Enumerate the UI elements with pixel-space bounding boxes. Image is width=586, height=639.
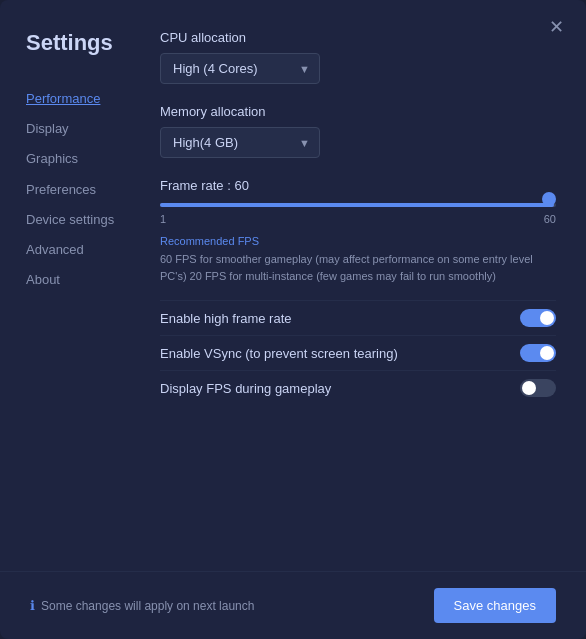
slider-max-label: 60 [544, 213, 556, 225]
sidebar-item-performance[interactable]: Performance [26, 84, 140, 114]
sidebar-item-about[interactable]: About [26, 265, 140, 295]
display-fps-toggle[interactable] [520, 379, 556, 397]
vsync-toggle[interactable] [520, 344, 556, 362]
memory-allocation-select[interactable]: Low (1 GB) Medium (2 GB) High(4 GB) Ultr… [160, 127, 320, 158]
footer-note: ℹ Some changes will apply on next launch [30, 598, 254, 613]
recommended-fps-label: Recommended FPS [160, 235, 556, 247]
sidebar-title: Settings [26, 30, 140, 56]
vsync-toggle-thumb [540, 346, 554, 360]
slider-fill [160, 203, 554, 207]
sidebar-item-display[interactable]: Display [26, 114, 140, 144]
display-fps-toggle-thumb [522, 381, 536, 395]
sidebar: Settings Performance Display Graphics Pr… [0, 30, 140, 571]
high-frame-rate-toggle-thumb [540, 311, 554, 325]
memory-allocation-wrapper: Low (1 GB) Medium (2 GB) High(4 GB) Ultr… [160, 127, 320, 158]
memory-allocation-label: Memory allocation [160, 104, 556, 119]
slider-min-label: 1 [160, 213, 166, 225]
frame-rate-slider[interactable] [160, 197, 556, 201]
save-changes-button[interactable]: Save changes [434, 588, 556, 623]
modal-footer: ℹ Some changes will apply on next launch… [0, 571, 586, 639]
settings-modal: ✕ Settings Performance Display Graphics … [0, 0, 586, 639]
fps-description: 60 FPS for smoother gameplay (may affect… [160, 251, 556, 284]
sidebar-item-advanced[interactable]: Advanced [26, 235, 140, 265]
high-frame-rate-toggle[interactable] [520, 309, 556, 327]
sidebar-item-device-settings[interactable]: Device settings [26, 205, 140, 235]
cpu-allocation-label: CPU allocation [160, 30, 556, 45]
cpu-allocation-select[interactable]: Low (1 Core) Medium (2 Cores) High (4 Co… [160, 53, 320, 84]
slider-track [160, 203, 556, 207]
toggle-row-display-fps: Display FPS during gameplay [160, 370, 556, 405]
modal-body: Settings Performance Display Graphics Pr… [0, 0, 586, 571]
high-frame-rate-label: Enable high frame rate [160, 311, 292, 326]
info-icon: ℹ [30, 598, 35, 613]
frame-rate-label: Frame rate : 60 [160, 178, 556, 193]
sidebar-item-graphics[interactable]: Graphics [26, 144, 140, 174]
vsync-label: Enable VSync (to prevent screen tearing) [160, 346, 398, 361]
sidebar-item-preferences[interactable]: Preferences [26, 175, 140, 205]
cpu-allocation-wrapper: Low (1 Core) Medium (2 Cores) High (4 Co… [160, 53, 320, 84]
main-content: CPU allocation Low (1 Core) Medium (2 Co… [140, 30, 586, 571]
close-button[interactable]: ✕ [543, 16, 570, 38]
toggle-row-vsync: Enable VSync (to prevent screen tearing) [160, 335, 556, 370]
display-fps-label: Display FPS during gameplay [160, 381, 331, 396]
footer-note-text: Some changes will apply on next launch [41, 599, 254, 613]
toggle-row-high-frame-rate: Enable high frame rate [160, 300, 556, 335]
frame-rate-slider-container [160, 203, 556, 207]
slider-labels: 1 60 [160, 213, 556, 225]
